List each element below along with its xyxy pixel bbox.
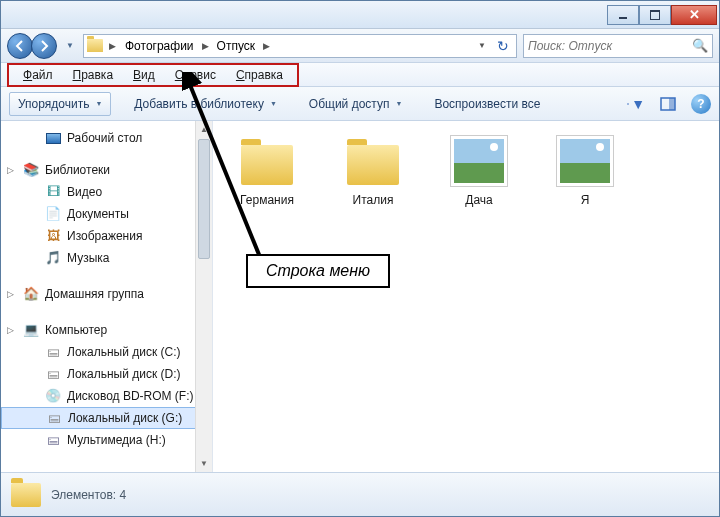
tree-label: Дисковод BD-ROM (F:) <box>67 388 194 404</box>
search-icon[interactable]: 🔍 <box>692 38 708 53</box>
share-label: Общий доступ <box>309 97 390 111</box>
add-to-library-button[interactable]: Добавить в библиотеку ▼ <box>125 92 285 116</box>
item-label: Германия <box>240 193 294 207</box>
menu-file[interactable]: Файл <box>13 66 63 84</box>
annotation-label: Строка меню <box>246 254 390 288</box>
nav-history-dropdown[interactable]: ▼ <box>63 33 77 59</box>
disk-icon: 🖴 <box>46 410 62 426</box>
menu-edit[interactable]: Правка <box>63 66 124 84</box>
media-icon: 🖴 <box>45 432 61 448</box>
folder-item[interactable]: Германия <box>231 135 303 207</box>
tree-label: Документы <box>67 206 129 222</box>
folder-item[interactable]: Италия <box>337 135 409 207</box>
chevron-down-icon: ▼ <box>270 100 277 107</box>
scroll-down-icon[interactable]: ▼ <box>196 455 212 472</box>
preview-pane-button[interactable] <box>659 95 677 113</box>
menu-help[interactable]: Справка <box>226 66 293 84</box>
expand-icon[interactable]: ▷ <box>7 286 14 302</box>
breadcrumb-item[interactable]: Фотографии <box>121 37 198 55</box>
svg-rect-2 <box>627 104 628 105</box>
play-all-button[interactable]: Воспроизвести все <box>425 92 549 116</box>
item-grid: Германия Италия Дача Я <box>231 135 701 207</box>
bd-icon: 💿 <box>45 388 61 404</box>
tree-label: Локальный диск (D:) <box>67 366 181 382</box>
tree-label: Локальный диск (C:) <box>67 344 181 360</box>
tree-label: Локальный диск (G:) <box>68 410 182 426</box>
close-button[interactable]: ✕ <box>671 5 717 25</box>
breadcrumb-separator-icon: ▶ <box>106 41 119 51</box>
tree-label: Рабочий стол <box>67 130 142 146</box>
menu-view[interactable]: Вид <box>123 66 165 84</box>
sidebar-scrollbar[interactable]: ▲ ▼ <box>195 121 212 472</box>
tree-disk[interactable]: 🖴Локальный диск (C:) <box>1 341 212 363</box>
chevron-down-icon: ▼ <box>395 100 402 107</box>
breadcrumb-separator-icon: ▶ <box>199 41 212 51</box>
search-input[interactable] <box>528 35 692 57</box>
tree-desktop[interactable]: Рабочий стол <box>1 127 212 149</box>
desktop-icon <box>45 130 61 146</box>
disk-icon: 🖴 <box>45 344 61 360</box>
tree-pictures[interactable]: 🖼Изображения <box>1 225 212 247</box>
tree-media[interactable]: 🖴Мультимедиа (H:) <box>1 429 212 451</box>
tree-bdrom[interactable]: 💿Дисковод BD-ROM (F:) <box>1 385 212 407</box>
tree-disk[interactable]: 🖴Локальный диск (D:) <box>1 363 212 385</box>
tree-documents[interactable]: 📄Документы <box>1 203 212 225</box>
organize-button[interactable]: Упорядочить ▼ <box>9 92 111 116</box>
folder-icon <box>238 135 296 187</box>
maximize-button[interactable] <box>639 5 671 25</box>
svg-rect-1 <box>628 103 629 104</box>
scroll-up-icon[interactable]: ▲ <box>196 121 212 138</box>
video-icon: 🎞 <box>45 184 61 200</box>
svg-rect-5 <box>669 98 675 110</box>
expand-icon[interactable]: ▷ <box>7 162 14 178</box>
view-options-button[interactable]: ▼ <box>627 95 645 113</box>
menu-tools[interactable]: Сервис <box>165 66 226 84</box>
tree-label: Мультимедиа (H:) <box>67 432 166 448</box>
view-options-icon <box>627 96 629 112</box>
organize-label: Упорядочить <box>18 97 89 111</box>
back-button[interactable] <box>7 33 33 59</box>
add-library-label: Добавить в библиотеку <box>134 97 264 111</box>
tree-music[interactable]: 🎵Музыка <box>1 247 212 269</box>
libraries-icon: 📚 <box>23 162 39 178</box>
window-controls: ✕ <box>607 5 717 25</box>
forward-button[interactable] <box>31 33 57 59</box>
item-label: Дача <box>465 193 492 207</box>
search-box[interactable]: 🔍 <box>523 34 713 58</box>
breadcrumb: Фотографии ▶ Отпуск ▶ <box>121 37 273 55</box>
tree-libraries[interactable]: ▷ 📚 Библиотеки <box>1 159 212 181</box>
command-bar: Упорядочить ▼ Добавить в библиотеку ▼ Об… <box>1 87 719 121</box>
expand-icon[interactable]: ▷ <box>7 322 14 338</box>
document-icon: 📄 <box>45 206 61 222</box>
minimize-button[interactable] <box>607 5 639 25</box>
image-item[interactable]: Я <box>549 135 621 207</box>
address-bar[interactable]: ▶ Фотографии ▶ Отпуск ▶ ▼ ↻ <box>83 34 517 58</box>
navigation-bar: ▼ ▶ Фотографии ▶ Отпуск ▶ ▼ ↻ 🔍 <box>1 29 719 63</box>
image-item[interactable]: Дача <box>443 135 515 207</box>
tree-disk[interactable]: 🖴Локальный диск (G:) <box>1 407 212 429</box>
share-button[interactable]: Общий доступ ▼ <box>300 92 412 116</box>
scroll-thumb[interactable] <box>198 139 210 259</box>
navigation-pane: Рабочий стол ▷ 📚 Библиотеки 🎞Видео 📄Доку… <box>1 121 213 472</box>
help-button[interactable]: ? <box>691 94 711 114</box>
nav-buttons <box>7 33 57 59</box>
chevron-down-icon: ▼ <box>631 96 645 112</box>
refresh-button[interactable]: ↻ <box>492 35 514 57</box>
chevron-down-icon: ▼ <box>95 100 102 107</box>
svg-rect-0 <box>627 103 628 104</box>
play-all-label: Воспроизвести все <box>434 97 540 111</box>
image-thumbnail-icon <box>450 135 508 187</box>
titlebar: ✕ <box>1 1 719 29</box>
status-bar: Элементов: 4 <box>1 472 719 516</box>
menu-bar: Файл Правка Вид Сервис Справка <box>1 63 719 87</box>
address-dropdown[interactable]: ▼ <box>474 41 490 50</box>
file-list-pane[interactable]: Германия Италия Дача Я <box>213 121 719 472</box>
tree-label: Музыка <box>67 250 109 266</box>
tree-videos[interactable]: 🎞Видео <box>1 181 212 203</box>
breadcrumb-item[interactable]: Отпуск <box>213 37 259 55</box>
tree-homegroup[interactable]: ▷ 🏠 Домашняя группа <box>1 283 212 305</box>
tree-computer[interactable]: ▷ 💻 Компьютер <box>1 319 212 341</box>
computer-icon: 💻 <box>23 322 39 338</box>
folder-icon <box>86 37 104 55</box>
explorer-body: Рабочий стол ▷ 📚 Библиотеки 🎞Видео 📄Доку… <box>1 121 719 472</box>
